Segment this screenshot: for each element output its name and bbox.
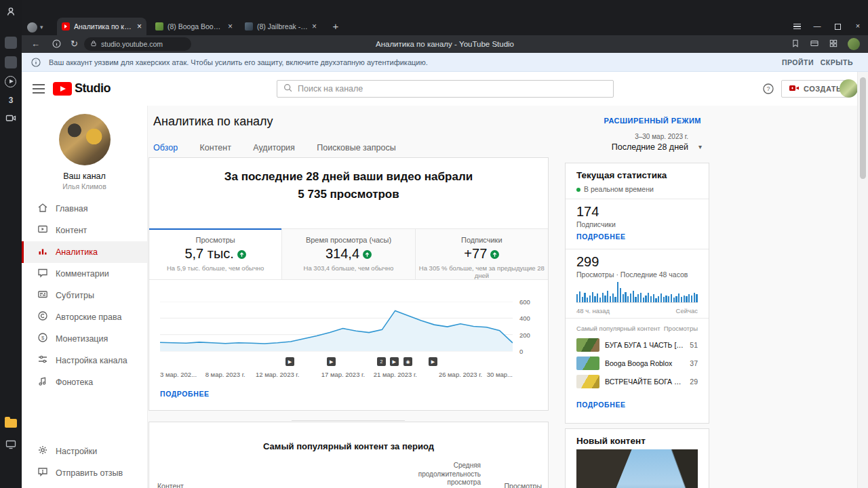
account-avatar[interactable] bbox=[840, 79, 858, 98]
list-item[interactable]: БУГА БУГА 1 ЧАСТЬ [REBO... 51 bbox=[576, 337, 698, 353]
sidebar-item-audio-library[interactable]: Фонотека bbox=[22, 371, 147, 393]
realtime-card: Текущая статистика В реальном времени 17… bbox=[565, 163, 709, 424]
spark-bar bbox=[633, 291, 634, 302]
channel-avatar[interactable] bbox=[59, 114, 111, 165]
close-icon[interactable]: × bbox=[137, 22, 142, 31]
folder-icon[interactable] bbox=[5, 419, 17, 428]
app-icon-2[interactable] bbox=[5, 56, 17, 68]
close-window-icon[interactable]: × bbox=[848, 16, 868, 35]
tab-audience[interactable]: Аудитория bbox=[253, 143, 295, 159]
headline-line1: За последние 28 дней ваши видео набрали bbox=[149, 170, 548, 184]
help-icon[interactable]: ? bbox=[762, 83, 774, 98]
video-publish-marker-icon[interactable]: ▶ bbox=[429, 357, 437, 366]
spark-bar bbox=[630, 293, 631, 302]
subtitles-icon bbox=[37, 288, 49, 303]
metric-subscribers[interactable]: Подписчики +77 На 305 % больше, чем за п… bbox=[415, 229, 548, 279]
channel-owner: Илья Климов bbox=[22, 182, 147, 190]
scrollbar-thumb[interactable] bbox=[860, 77, 866, 179]
top-content-header: Самый популярный контент Просмотры bbox=[576, 325, 698, 332]
video-thumbnail bbox=[576, 357, 599, 370]
browser-tab-jailbreak[interactable]: (8) Jailbreak - Roblox × bbox=[240, 18, 321, 35]
camera-icon[interactable] bbox=[5, 112, 17, 124]
subscribers-count: 174 bbox=[576, 204, 599, 220]
spark-bar bbox=[599, 298, 601, 302]
browser-tab-analytics[interactable]: Аналитика по каналу × bbox=[57, 18, 146, 35]
sidebar-item-feedback[interactable]: Отправить отзыв bbox=[22, 462, 147, 484]
spark-bar bbox=[610, 296, 611, 302]
video-thumbnail[interactable] bbox=[576, 449, 698, 488]
scrollbar[interactable] bbox=[857, 72, 868, 488]
search-input[interactable] bbox=[298, 84, 608, 94]
youtube-studio-logo[interactable]: Studio bbox=[53, 81, 111, 96]
date-range-text: 3–30 мар. 2023 г. bbox=[612, 133, 688, 140]
user-icon[interactable] bbox=[5, 5, 17, 18]
date-range-picker[interactable]: 3–30 мар. 2023 г. Последние 28 дней ▾ bbox=[612, 133, 702, 152]
video-publish-marker-icon[interactable]: ▶ bbox=[390, 357, 399, 366]
window-controls: — × bbox=[787, 16, 868, 35]
trend-up-icon bbox=[363, 250, 372, 259]
views-trend-chart[interactable] bbox=[160, 302, 513, 352]
advanced-mode-link[interactable]: РАСШИРЕННЫЙ РЕЖИМ bbox=[604, 117, 701, 125]
browser-avatar[interactable] bbox=[848, 38, 860, 50]
badge-3-icon[interactable]: 3 bbox=[5, 94, 17, 106]
channel-search[interactable] bbox=[277, 80, 614, 98]
sidebar-item-customization[interactable]: Настройка канала bbox=[22, 350, 147, 371]
see-more-link[interactable]: ПОДРОБНЕЕ bbox=[576, 232, 626, 241]
x-axis-label: 30 мар... bbox=[487, 371, 513, 378]
chevron-down-icon: ▾ bbox=[698, 143, 702, 150]
refresh-icon[interactable]: ↻ bbox=[71, 35, 78, 53]
home-icon bbox=[37, 201, 49, 216]
see-more-link[interactable]: ПОДРОБНЕЕ bbox=[576, 401, 626, 409]
sidebar-item-subtitles[interactable]: Субтитры bbox=[22, 285, 147, 306]
maximize-icon[interactable] bbox=[827, 16, 848, 35]
spark-bar bbox=[686, 296, 687, 302]
video-publish-marker-icon[interactable]: 2 bbox=[377, 357, 386, 366]
video-publish-marker-icon[interactable]: ◉ bbox=[403, 357, 412, 366]
svg-text:$: $ bbox=[41, 335, 45, 341]
tab-search-queries[interactable]: Поисковые запросы bbox=[317, 143, 395, 159]
address-bar[interactable]: studio.youtube.com bbox=[84, 37, 191, 51]
see-more-link[interactable]: ПОДРОБНЕЕ bbox=[160, 390, 210, 398]
tab-content[interactable]: Контент bbox=[200, 143, 231, 159]
column-header-avg-duration: Средняя продолжительность просмотра bbox=[393, 462, 481, 487]
metric-views[interactable]: Просмотры 5,7 тыс. На 5,9 тыс. больше, ч… bbox=[149, 229, 281, 279]
sidebar-item-analytics[interactable]: Аналитика bbox=[22, 241, 147, 263]
sidebar-item-comments[interactable]: Комментарии bbox=[22, 263, 147, 285]
sidebar-item-settings[interactable]: Настройки bbox=[22, 441, 147, 462]
y-axis-label: 200 bbox=[519, 331, 530, 339]
sidebar-item-content[interactable]: Контент bbox=[22, 220, 147, 241]
browser-tab-booga[interactable]: (8) Booga Booga [REBORN × bbox=[151, 18, 237, 35]
play-circle-icon[interactable] bbox=[5, 76, 17, 88]
browser-profile-button[interactable]: ▾ bbox=[24, 20, 46, 34]
sidebar-item-monetization[interactable]: $ Монетизация bbox=[22, 328, 147, 350]
video-publish-marker-icon[interactable]: ▶ bbox=[285, 357, 294, 366]
live-dot-icon bbox=[576, 188, 580, 192]
window-menu-icon[interactable] bbox=[787, 16, 807, 35]
column-header-views: Просмотры bbox=[505, 482, 542, 488]
infobar-dismiss-button[interactable]: СКРЫТЬ bbox=[821, 53, 853, 72]
sidebar-item-copyright[interactable]: Авторские права bbox=[22, 306, 147, 328]
x-axis-label: 21 мар. 2023 г. bbox=[374, 371, 417, 378]
list-item[interactable]: Booga Booga Roblox 37 bbox=[576, 355, 698, 371]
new-content-title: Новый контент bbox=[576, 436, 646, 446]
x-axis-label: 12 мар. 2023 г. bbox=[256, 371, 299, 378]
menu-icon[interactable] bbox=[33, 84, 45, 96]
screen-icon[interactable] bbox=[5, 438, 17, 450]
close-icon[interactable]: × bbox=[312, 22, 317, 31]
metric-watch-time[interactable]: Время просмотра (часы) 314,4 На 303,4 бо… bbox=[281, 229, 414, 279]
minimize-icon[interactable]: — bbox=[807, 16, 827, 35]
svg-text:?: ? bbox=[766, 85, 770, 92]
back-icon[interactable]: ← bbox=[31, 35, 40, 53]
close-icon[interactable]: × bbox=[228, 22, 233, 31]
spark-bar bbox=[658, 296, 659, 302]
y-axis-label: 400 bbox=[519, 314, 530, 322]
infobar-primary-button[interactable]: ПРОЙТИ bbox=[782, 53, 814, 72]
app-icon-1[interactable] bbox=[5, 37, 17, 49]
x-axis-label: 17 мар. 2023 г. bbox=[321, 371, 365, 378]
sidebar-item-home[interactable]: Главная bbox=[22, 198, 147, 220]
spark-bar bbox=[635, 297, 636, 302]
list-item[interactable]: ВСТРЕЧАЙТЕ БОГА ИЛЬЮ '... 29 bbox=[576, 373, 698, 390]
video-publish-marker-icon[interactable]: ▶ bbox=[327, 357, 336, 366]
realtime-sparkline[interactable] bbox=[576, 280, 698, 303]
new-tab-button[interactable]: + bbox=[328, 20, 343, 35]
